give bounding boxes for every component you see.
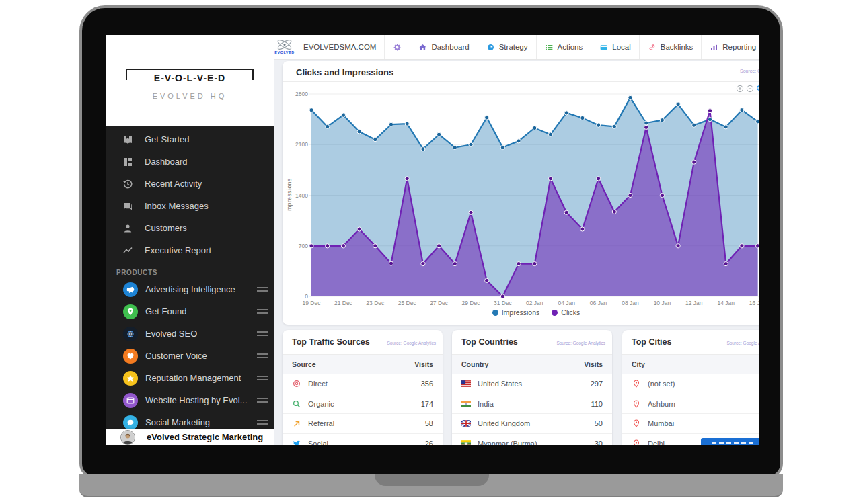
sidebar-menu-item[interactable]: Executive Report <box>106 239 274 261</box>
uk-flag-icon <box>461 419 471 428</box>
table-header-row: Source Visits <box>283 355 443 374</box>
row-label: (not set) <box>648 380 759 388</box>
laptop-notch <box>375 474 489 486</box>
impressions-point <box>644 121 648 125</box>
clicks-impressions-card: Clicks and Impressions Source: Google An… <box>283 61 759 325</box>
product-item[interactable]: Evolved SEO <box>106 323 274 345</box>
impressions-point <box>389 122 393 126</box>
nav-item[interactable]: Local <box>591 35 640 59</box>
impressions-point <box>597 123 601 127</box>
nav-item[interactable]: Dashboard <box>410 35 478 59</box>
impressions-point <box>676 102 680 106</box>
product-item[interactable]: Get Found <box>106 300 274 323</box>
chart-source-label: Source: Google Analytics <box>740 69 759 73</box>
drag-handle-icon[interactable] <box>257 307 268 316</box>
sidebar-menu-item[interactable]: Get Started <box>106 128 274 151</box>
chat-widget-badge[interactable] <box>701 438 759 445</box>
account-bar[interactable]: eVolved Strategic Marketing <box>106 429 274 445</box>
star-icon <box>123 371 138 386</box>
clicks-point <box>373 244 377 248</box>
sidebar-menu-item[interactable]: Inbox Messages <box>106 195 274 217</box>
drag-handle-icon[interactable] <box>257 351 268 360</box>
products-list: Advertising Intelligence Get Found Evolv… <box>106 278 274 433</box>
impressions-point <box>708 118 712 122</box>
impressions-point <box>453 145 457 149</box>
impressions-point <box>485 116 489 120</box>
product-item[interactable]: Advertising Intelligence <box>106 278 274 300</box>
legend-item[interactable]: Clicks <box>552 308 580 317</box>
nav-item[interactable]: Strategy <box>478 35 537 59</box>
social-bird-icon <box>292 439 301 445</box>
column-header: Visits <box>414 360 433 368</box>
x-tick-label: 29 Dec <box>462 300 481 306</box>
impressions-point <box>341 113 345 117</box>
legend-label: Clicks <box>561 308 580 317</box>
table-body: Direct 356 Organic 174 <box>283 374 443 445</box>
product-label: Customer Voice <box>145 351 207 361</box>
row-label: Myanmar (Burma) <box>478 439 595 445</box>
clicks-point <box>564 210 568 214</box>
impressions-point <box>612 124 616 128</box>
clicks-point <box>485 278 489 282</box>
nav-item[interactable] <box>385 35 410 59</box>
row-value: 58 <box>425 419 433 427</box>
impressions-point <box>469 142 473 146</box>
clicks-point <box>453 262 457 266</box>
local-icon <box>599 43 608 52</box>
book-icon <box>122 134 133 145</box>
legend-dot-icon <box>552 310 558 316</box>
person-icon <box>122 223 133 234</box>
y-tick-label: 2100 <box>295 141 308 148</box>
drag-handle-icon[interactable] <box>257 374 268 382</box>
sidebar-menu: Get Started Dashboard Recent Activity <box>106 126 274 261</box>
sidebar-menu-item[interactable]: Customers <box>106 217 274 239</box>
clicks-point <box>517 262 521 266</box>
column-header: City <box>632 360 645 368</box>
row-value: 50 <box>595 419 603 427</box>
product-item[interactable]: Customer Voice <box>106 345 274 367</box>
nav-item[interactable]: EVOLVEDSMA.COM <box>295 35 385 59</box>
impressions-point <box>580 116 585 120</box>
x-tick-label: 31 Dec <box>494 300 513 306</box>
brand-logo[interactable]: EVOLVED <box>274 35 295 59</box>
nav-item[interactable]: Actions <box>537 35 592 59</box>
impressions-point <box>724 125 728 129</box>
drag-handle-icon[interactable] <box>257 418 268 427</box>
clicks-point <box>309 244 313 248</box>
clicks-point <box>676 244 680 248</box>
drag-handle-icon[interactable] <box>257 285 268 294</box>
x-tick-label: 06 Jan <box>590 300 607 306</box>
impressions-point <box>628 95 632 99</box>
sidebar-menu-item[interactable]: Recent Activity <box>106 173 274 195</box>
history-icon <box>122 179 133 190</box>
clicks-point <box>708 109 712 113</box>
city-pin-icon <box>632 439 641 445</box>
row-label: Direct <box>308 380 421 388</box>
product-item[interactable]: Website Hosting by Evol... <box>106 389 274 411</box>
nav-item[interactable]: Reporting <box>702 35 759 59</box>
legend-item[interactable]: Impressions <box>492 308 540 317</box>
top-cities-card: Top Cities Source: Google Analytics City… <box>622 330 759 445</box>
sidebar-menu-label: Executive Report <box>145 245 211 255</box>
clicks-impressions-chart[interactable]: 0700140021002800Impressions19 Dec21 Dec2… <box>283 88 759 310</box>
row-value: 356 <box>421 380 433 388</box>
laptop-base <box>79 474 783 497</box>
location-pin-icon <box>123 304 138 319</box>
nav-item-label: Strategy <box>499 43 528 51</box>
sidebar-menu-item[interactable]: Dashboard <box>106 151 274 173</box>
product-item[interactable]: Reputation Management <box>106 367 274 389</box>
brand-name: EVOLVED <box>274 50 294 54</box>
nav-item-label: Reporting <box>722 43 756 51</box>
nav-items: EVOLVEDSMA.COM Dashboard <box>295 35 759 59</box>
drag-handle-icon[interactable] <box>257 396 268 405</box>
clicks-point <box>644 125 648 129</box>
card-title: Top Traffic Sources <box>292 337 370 347</box>
clicks-point <box>341 244 345 248</box>
impressions-point <box>357 130 361 134</box>
sidebar-menu-label: Dashboard <box>145 157 188 167</box>
nav-item[interactable]: Backlinks <box>640 35 702 59</box>
x-tick-label: 02 Jan <box>526 300 543 306</box>
drag-handle-icon[interactable] <box>257 329 268 338</box>
evolved-logo: E-V-O-L-V-E-D <box>126 69 254 80</box>
x-tick-label: 14 Jan <box>717 300 735 306</box>
